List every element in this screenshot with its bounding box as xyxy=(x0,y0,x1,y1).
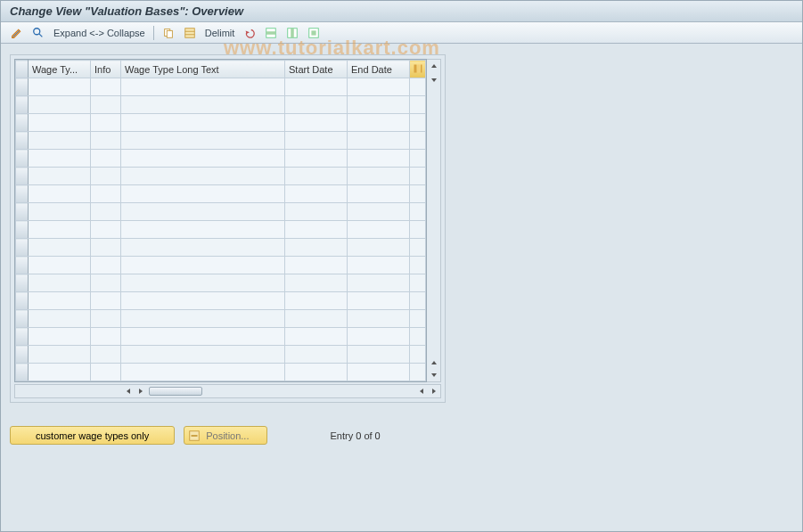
cell-rowhead[interactable] xyxy=(16,96,29,114)
delimit-button[interactable]: Delimit xyxy=(202,25,238,41)
cell-info[interactable] xyxy=(91,221,121,239)
table-row[interactable] xyxy=(16,346,426,364)
cell-info[interactable] xyxy=(91,168,121,185)
cell-settings[interactable] xyxy=(410,221,426,239)
cell-start[interactable] xyxy=(285,257,348,274)
cell-wage_ty[interactable] xyxy=(29,274,91,292)
cell-end[interactable] xyxy=(348,364,410,381)
cell-long_text[interactable] xyxy=(121,328,285,346)
cell-start[interactable] xyxy=(285,346,348,364)
scroll-up2-icon[interactable] xyxy=(427,356,440,369)
expand-collapse-button[interactable]: Expand <-> Collapse xyxy=(51,25,148,41)
cell-wage_ty[interactable] xyxy=(29,364,91,381)
cell-start[interactable] xyxy=(285,239,348,257)
cell-wage_ty[interactable] xyxy=(29,310,91,328)
cell-info[interactable] xyxy=(91,239,121,257)
cell-wage_ty[interactable] xyxy=(29,132,91,150)
cell-settings[interactable] xyxy=(410,185,426,203)
scroll-down-icon[interactable] xyxy=(427,74,440,86)
cell-settings[interactable] xyxy=(410,203,426,221)
cell-long_text[interactable] xyxy=(121,239,285,257)
cell-wage_ty[interactable] xyxy=(29,114,91,132)
cell-info[interactable] xyxy=(91,114,121,132)
table-row[interactable] xyxy=(16,257,426,274)
cell-info[interactable] xyxy=(91,274,121,292)
cell-info[interactable] xyxy=(91,96,121,114)
cell-long_text[interactable] xyxy=(121,364,285,381)
table-row[interactable] xyxy=(16,292,426,310)
cell-start[interactable] xyxy=(285,292,348,310)
cell-settings[interactable] xyxy=(410,150,426,168)
cell-rowhead[interactable] xyxy=(16,328,29,346)
cell-rowhead[interactable] xyxy=(16,346,29,364)
col-header-start[interactable]: Start Date xyxy=(285,61,348,78)
row-select-icon[interactable] xyxy=(262,25,280,41)
cell-info[interactable] xyxy=(91,328,121,346)
cell-rowhead[interactable] xyxy=(16,150,29,168)
cell-settings[interactable] xyxy=(410,168,426,185)
cell-info[interactable] xyxy=(91,203,121,221)
valuation-table[interactable]: Wage Ty...InfoWage Type Long TextStart D… xyxy=(15,60,426,381)
cell-long_text[interactable] xyxy=(121,274,285,292)
cell-wage_ty[interactable] xyxy=(29,346,91,364)
toggle-edit-icon[interactable] xyxy=(8,25,26,41)
cell-settings[interactable] xyxy=(410,78,426,96)
table-row[interactable] xyxy=(16,168,426,185)
cell-settings[interactable] xyxy=(410,364,426,381)
position-button[interactable]: Position... xyxy=(184,426,267,445)
cell-rowhead[interactable] xyxy=(16,221,29,239)
cell-wage_ty[interactable] xyxy=(29,221,91,239)
table-row[interactable] xyxy=(16,132,426,150)
cell-settings[interactable] xyxy=(410,96,426,114)
cell-rowhead[interactable] xyxy=(16,310,29,328)
cell-end[interactable] xyxy=(348,185,410,203)
col-header-end[interactable]: End Date xyxy=(348,61,410,78)
horizontal-scrollbar[interactable] xyxy=(14,384,441,398)
cell-wage_ty[interactable] xyxy=(29,328,91,346)
undo-icon[interactable] xyxy=(241,25,258,41)
cell-wage_ty[interactable] xyxy=(29,185,91,203)
cell-end[interactable] xyxy=(348,346,410,364)
cell-end[interactable] xyxy=(348,274,410,292)
cell-long_text[interactable] xyxy=(121,132,285,150)
copy-icon[interactable] xyxy=(160,25,177,41)
cell-long_text[interactable] xyxy=(121,150,285,168)
scroll-right2-icon[interactable] xyxy=(428,385,440,397)
cell-end[interactable] xyxy=(348,328,410,346)
cell-rowhead[interactable] xyxy=(16,257,29,274)
table-row[interactable] xyxy=(16,114,426,132)
cell-start[interactable] xyxy=(285,168,348,185)
cell-info[interactable] xyxy=(91,346,121,364)
cell-info[interactable] xyxy=(91,257,121,274)
cell-rowhead[interactable] xyxy=(16,185,29,203)
cell-info[interactable] xyxy=(91,78,121,96)
cell-start[interactable] xyxy=(285,132,348,150)
cell-start[interactable] xyxy=(285,78,348,96)
cell-end[interactable] xyxy=(348,78,410,96)
cell-info[interactable] xyxy=(91,292,121,310)
scroll-right-icon[interactable] xyxy=(135,385,147,397)
cell-end[interactable] xyxy=(348,292,410,310)
cell-long_text[interactable] xyxy=(121,203,285,221)
col-header-rowhead[interactable] xyxy=(16,61,29,78)
cell-info[interactable] xyxy=(91,185,121,203)
cell-start[interactable] xyxy=(285,274,348,292)
cell-info[interactable] xyxy=(91,150,121,168)
cell-end[interactable] xyxy=(348,310,410,328)
cell-rowhead[interactable] xyxy=(16,132,29,150)
col-header-wage_ty[interactable]: Wage Ty... xyxy=(29,61,91,78)
scroll-thumb[interactable] xyxy=(149,387,202,396)
cell-settings[interactable] xyxy=(410,239,426,257)
scroll-left-icon[interactable] xyxy=(122,385,135,397)
cell-end[interactable] xyxy=(348,239,410,257)
cell-wage_ty[interactable] xyxy=(29,96,91,114)
table-row[interactable] xyxy=(16,310,426,328)
cell-long_text[interactable] xyxy=(121,78,285,96)
cell-long_text[interactable] xyxy=(121,310,285,328)
table-row[interactable] xyxy=(16,328,426,346)
cell-info[interactable] xyxy=(91,310,121,328)
cell-rowhead[interactable] xyxy=(16,364,29,381)
cell-rowhead[interactable] xyxy=(16,292,29,310)
block-select-icon[interactable] xyxy=(305,25,323,41)
cell-start[interactable] xyxy=(285,203,348,221)
